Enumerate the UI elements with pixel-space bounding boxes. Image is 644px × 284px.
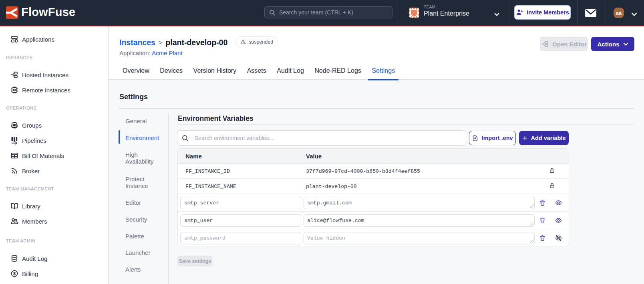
svg-text:$: $ [13,271,16,276]
